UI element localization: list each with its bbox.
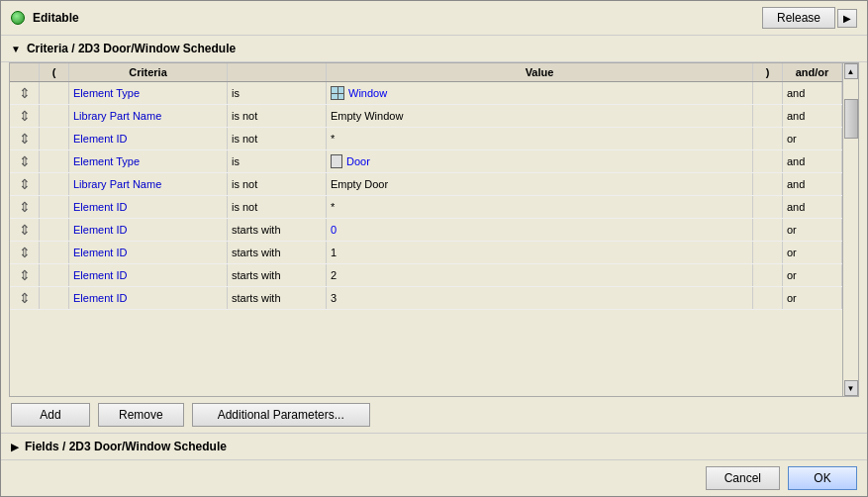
bottom-bar: Cancel OK: [1, 460, 867, 496]
row-paren: [40, 196, 69, 218]
table-row[interactable]: ⇕ Element ID starts with 0 or: [10, 219, 842, 242]
row-close-paren: [753, 242, 783, 263]
row-value: 3: [327, 287, 753, 309]
row-paren: [40, 150, 69, 172]
row-close-paren: [753, 128, 783, 149]
header-handle: [10, 63, 40, 81]
row-criteria[interactable]: Element Type: [73, 87, 140, 99]
row-value: 0: [327, 219, 753, 241]
add-button[interactable]: Add: [11, 403, 90, 427]
main-dialog: Editable Release ▶ ▼ Criteria / 2D3 Door…: [0, 0, 868, 497]
row-and-or: or: [783, 264, 842, 286]
row-and-or: or: [783, 287, 842, 309]
table-row[interactable]: ⇕ Element ID is not * or: [10, 128, 842, 150]
header-and-or: and/or: [783, 63, 842, 81]
arrow-dropdown-button[interactable]: ▶: [837, 9, 857, 28]
row-operator: starts with: [228, 219, 327, 241]
criteria-table-inner: ( Criteria Value ) and/or ⇕ Element Type…: [10, 63, 842, 396]
table-row[interactable]: ⇕ Element Type is Window and: [10, 82, 842, 105]
row-close-paren: [753, 105, 783, 127]
row-and-or: and: [783, 150, 842, 172]
criteria-title: Criteria / 2D3 Door/Window Schedule: [27, 42, 236, 55]
row-value: Empty Door: [327, 173, 753, 195]
door-icon: [331, 154, 342, 168]
row-and-or: and: [783, 196, 842, 218]
row-operator: is not: [228, 173, 327, 195]
green-status-circle: [11, 11, 25, 25]
window-icon: [331, 86, 344, 100]
row-paren: [40, 264, 69, 286]
header-value: Value: [327, 63, 753, 81]
criteria-section-header: ▼ Criteria / 2D3 Door/Window Schedule: [1, 36, 867, 62]
row-close-paren: [753, 173, 783, 195]
row-and-or: and: [783, 105, 842, 127]
table-row[interactable]: ⇕ Element Type is Door and: [10, 150, 842, 173]
table-row[interactable]: ⇕ Element ID starts with 2 or: [10, 264, 842, 287]
row-paren: [40, 128, 69, 149]
fields-expand-arrow[interactable]: ▶: [11, 442, 19, 452]
row-criteria[interactable]: Element Type: [73, 155, 140, 167]
scrollbar-up-arrow[interactable]: ▲: [844, 63, 858, 79]
row-value: 1: [327, 242, 753, 263]
row-paren: [40, 219, 69, 241]
row-criteria[interactable]: Element ID: [73, 133, 127, 145]
row-handle[interactable]: ⇕: [10, 219, 40, 241]
row-value: Window: [327, 82, 753, 104]
row-close-paren: [753, 219, 783, 241]
additional-parameters-button[interactable]: Additional Parameters...: [192, 403, 370, 427]
row-criteria[interactable]: Element ID: [73, 247, 127, 258]
scrollbar-down-arrow[interactable]: ▼: [844, 380, 858, 396]
header-close-paren: ): [753, 63, 783, 81]
row-operator: is: [228, 82, 327, 104]
row-and-or: or: [783, 219, 842, 241]
row-criteria[interactable]: Element ID: [73, 292, 127, 304]
header-paren: (: [40, 63, 69, 81]
table-row[interactable]: ⇕ Library Part Name is not Empty Window …: [10, 105, 842, 128]
row-close-paren: [753, 196, 783, 218]
table-row[interactable]: ⇕ Element ID is not * and: [10, 196, 842, 219]
row-operator: starts with: [228, 242, 327, 263]
row-criteria[interactable]: Library Part Name: [73, 178, 161, 190]
row-operator: starts with: [228, 264, 327, 286]
table-scrollbar[interactable]: ▲ ▼: [842, 63, 858, 396]
row-handle[interactable]: ⇕: [10, 287, 40, 309]
row-handle[interactable]: ⇕: [10, 128, 40, 149]
row-criteria[interactable]: Element ID: [73, 201, 127, 213]
table-row[interactable]: ⇕ Element ID starts with 1 or: [10, 242, 842, 264]
row-close-paren: [753, 287, 783, 309]
remove-button[interactable]: Remove: [98, 403, 184, 427]
row-criteria[interactable]: Library Part Name: [73, 110, 161, 122]
row-close-paren: [753, 264, 783, 286]
row-paren: [40, 173, 69, 195]
table-header: ( Criteria Value ) and/or: [10, 63, 842, 82]
row-paren: [40, 82, 69, 104]
row-criteria[interactable]: Element ID: [73, 224, 127, 236]
header-criteria: Criteria: [69, 63, 228, 81]
row-handle[interactable]: ⇕: [10, 196, 40, 218]
row-criteria[interactable]: Element ID: [73, 269, 127, 281]
criteria-table-wrapper: ( Criteria Value ) and/or ⇕ Element Type…: [9, 62, 859, 397]
row-and-or: or: [783, 128, 842, 149]
row-handle[interactable]: ⇕: [10, 82, 40, 104]
row-handle[interactable]: ⇕: [10, 173, 40, 195]
release-button[interactable]: Release: [762, 7, 835, 29]
criteria-collapse-arrow[interactable]: ▼: [11, 44, 21, 54]
row-operator: is not: [228, 196, 327, 218]
action-buttons-row: Add Remove Additional Parameters...: [1, 397, 867, 433]
row-handle[interactable]: ⇕: [10, 150, 40, 172]
row-handle[interactable]: ⇕: [10, 105, 40, 127]
scrollbar-thumb[interactable]: [844, 99, 858, 139]
row-close-paren: [753, 150, 783, 172]
row-and-or: and: [783, 173, 842, 195]
editable-text: Editable: [33, 11, 79, 25]
row-value: *: [327, 128, 753, 149]
top-right-controls: Release ▶: [762, 7, 857, 29]
row-handle[interactable]: ⇕: [10, 242, 40, 263]
ok-button[interactable]: OK: [788, 466, 857, 490]
row-handle[interactable]: ⇕: [10, 264, 40, 286]
table-row[interactable]: ⇕ Library Part Name is not Empty Door an…: [10, 173, 842, 196]
cancel-button[interactable]: Cancel: [706, 466, 780, 490]
table-row[interactable]: ⇕ Element ID starts with 3 or: [10, 287, 842, 310]
row-value: 2: [327, 264, 753, 286]
top-bar: Editable Release ▶: [1, 1, 867, 36]
